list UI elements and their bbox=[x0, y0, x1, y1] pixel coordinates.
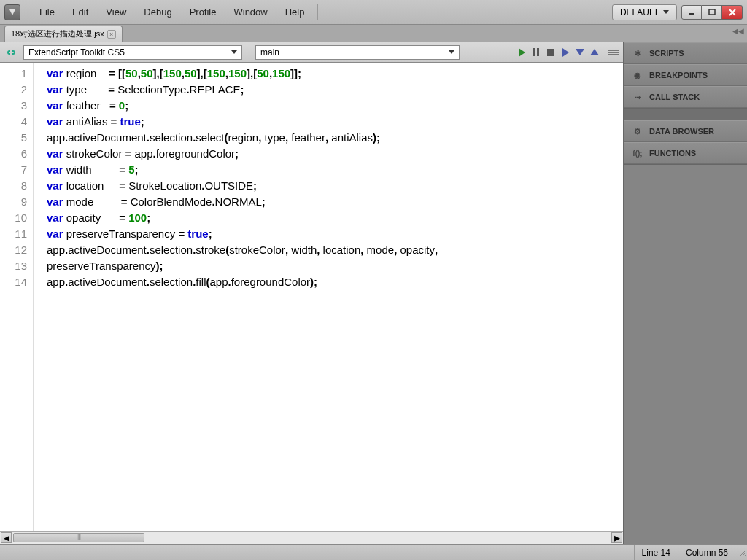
scrollbar-thumb[interactable] bbox=[13, 533, 144, 542]
horizontal-scrollbar[interactable]: ◂ ▸ bbox=[0, 531, 623, 544]
pause-button[interactable] bbox=[531, 47, 541, 58]
scroll-right-button[interactable]: ▸ bbox=[611, 532, 622, 543]
link-icon[interactable] bbox=[4, 47, 18, 58]
functions-icon: f(); bbox=[632, 147, 643, 159]
panel-label: BREAKPOINTS bbox=[649, 71, 708, 79]
panel-callstack[interactable]: ⇢ CALL STACK bbox=[624, 86, 747, 108]
svg-line-6 bbox=[744, 555, 746, 556]
chevron-down-icon bbox=[449, 50, 454, 54]
status-column: Column 56 bbox=[678, 545, 735, 560]
toolbar-menu-icon[interactable] bbox=[608, 50, 619, 55]
window-controls bbox=[681, 5, 743, 20]
menu-view[interactable]: View bbox=[97, 4, 135, 20]
databrowser-icon: ⚙ bbox=[632, 125, 643, 137]
panel-label: CALL STACK bbox=[649, 93, 700, 101]
panel-breakpoints[interactable]: ◉ BREAKPOINTS bbox=[624, 64, 747, 86]
menu-debug[interactable]: Debug bbox=[135, 4, 180, 20]
panel-databrowser[interactable]: ⚙ DATA BROWSER bbox=[624, 120, 747, 142]
minimize-button[interactable] bbox=[681, 5, 702, 20]
panel-label: SCRIPTS bbox=[649, 49, 684, 58]
document-tab[interactable]: 18对选区进行描边处理.jsx × bbox=[4, 26, 123, 42]
tab-close-icon[interactable]: × bbox=[107, 30, 116, 39]
chevron-down-icon bbox=[231, 50, 237, 54]
maximize-button[interactable] bbox=[702, 5, 722, 20]
step-into-button[interactable] bbox=[575, 47, 585, 58]
editor-column: ExtendScript Toolkit CS5 main 1234567891… bbox=[0, 42, 624, 544]
panel-label: FUNCTIONS bbox=[649, 149, 696, 158]
chevron-down-icon bbox=[663, 10, 669, 14]
app-icon bbox=[4, 4, 20, 20]
document-tab-bar: 18对选区进行描边处理.jsx × ◀◀ bbox=[0, 25, 747, 42]
step-out-button[interactable] bbox=[589, 47, 600, 58]
scripts-icon: ✻ bbox=[632, 47, 643, 59]
resize-grip[interactable] bbox=[735, 548, 747, 558]
line-number-gutter: 1234567891011121314 bbox=[0, 63, 34, 531]
title-bar: File Edit View Debug Profile Window Help… bbox=[0, 0, 747, 25]
step-over-button[interactable] bbox=[560, 47, 570, 58]
panel-separator bbox=[624, 109, 747, 120]
document-tab-label: 18对选区进行描边处理.jsx bbox=[11, 28, 104, 39]
menu-profile[interactable]: Profile bbox=[181, 4, 225, 20]
function-dropdown[interactable]: main bbox=[255, 45, 460, 60]
menu-help[interactable]: Help bbox=[276, 4, 314, 20]
main-area: ExtendScript Toolkit CS5 main 1234567891… bbox=[0, 42, 747, 544]
svg-rect-1 bbox=[709, 9, 715, 15]
tab-overflow-icon[interactable]: ◀◀ bbox=[732, 27, 744, 35]
status-line: Line 14 bbox=[634, 545, 678, 560]
callstack-icon: ⇢ bbox=[632, 91, 643, 103]
target-app-dropdown[interactable]: ExtendScript Toolkit CS5 bbox=[23, 45, 242, 60]
menu-window[interactable]: Window bbox=[225, 4, 276, 20]
panel-scripts[interactable]: ✻ SCRIPTS bbox=[624, 42, 747, 64]
workspace-switcher[interactable]: DEFAULT bbox=[612, 4, 677, 20]
code-editor[interactable]: 1234567891011121314 var region = [[50,50… bbox=[0, 63, 623, 531]
debug-controls bbox=[516, 47, 619, 58]
panel-functions[interactable]: f(); FUNCTIONS bbox=[624, 142, 747, 164]
main-menu: File Edit View Debug Profile Window Help bbox=[31, 4, 313, 20]
status-bar: Line 14 Column 56 bbox=[0, 544, 747, 560]
breakpoints-icon: ◉ bbox=[632, 69, 643, 81]
menu-separator bbox=[317, 4, 318, 20]
editor-toolbar: ExtendScript Toolkit CS5 main bbox=[0, 42, 623, 63]
menu-edit[interactable]: Edit bbox=[63, 4, 97, 20]
side-panel: ✻ SCRIPTS ◉ BREAKPOINTS ⇢ CALL STACK ⚙ D… bbox=[624, 42, 747, 544]
run-button[interactable] bbox=[516, 47, 527, 58]
code-content[interactable]: var region = [[50,50],[150,50],[150,150]… bbox=[44, 63, 623, 531]
target-app-label: ExtendScript Toolkit CS5 bbox=[28, 47, 125, 58]
close-button[interactable] bbox=[722, 5, 743, 20]
panel-label: DATA BROWSER bbox=[649, 127, 714, 136]
stop-button[interactable] bbox=[546, 47, 556, 58]
breakpoint-gutter[interactable] bbox=[34, 63, 44, 531]
scroll-left-button[interactable]: ◂ bbox=[1, 532, 12, 543]
menu-file[interactable]: File bbox=[31, 4, 63, 20]
workspace-label: DEFAULT bbox=[620, 7, 659, 18]
function-label: main bbox=[260, 47, 279, 58]
